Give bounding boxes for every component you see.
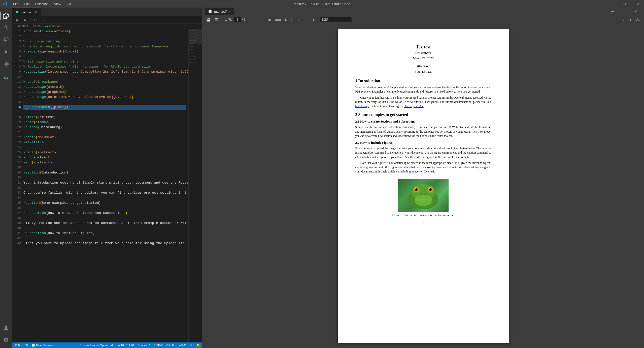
pdf-font-button[interactable]: Aa (635, 16, 641, 23)
pdf-tab[interactable]: 📄 main.pdf × (205, 8, 234, 15)
pdf-toolbar: 💾 ☰ 页码: / 3 ← → ▭ ▭▭ ↻ ⊡ − + 搜拟: (202, 15, 644, 24)
pdf-page-info: / 3 (234, 17, 246, 22)
pdf-page-input[interactable] (234, 17, 241, 22)
pdf-panel: 📄 main.pdf × ─ □ ✕ 💾 ☰ 页码: / 3 ← → (202, 8, 644, 348)
search-activity-icon[interactable] (0, 22, 12, 34)
menu-more[interactable]: ... (74, 1, 82, 7)
close-button[interactable]: ✕ (632, 0, 644, 8)
pdf-zoom-in-button[interactable]: + (310, 16, 317, 23)
pdf-next-button[interactable]: → (255, 16, 262, 23)
code-line-41: \subsection{How to include Figures} (23, 231, 186, 236)
pdf-next-result[interactable]: › (627, 16, 634, 23)
status-feedback[interactable]: ⚐ (190, 343, 192, 347)
error-count: 0 (18, 344, 20, 347)
code-editor[interactable]: 1 2 3 4 5 6 7 8 9 10 11 12 13 14 15 16 1… (12, 29, 202, 342)
breadcrumb-template[interactable]: Template (16, 24, 28, 28)
code-line-6 (23, 54, 186, 59)
pdf-win-controls: ─ □ ✕ (607, 8, 641, 15)
pdf-close-button[interactable]: ✕ (630, 8, 641, 15)
status-time[interactable]: 🕐 6 hrs 54 mins (31, 343, 53, 347)
line-num-8: 8 (13, 64, 21, 69)
source-control-icon[interactable] (0, 34, 12, 46)
split-button[interactable]: ⊡ (33, 17, 39, 23)
status-encoding[interactable]: UTF-8 (154, 344, 163, 347)
pdf-s22-p2: Note that your figure will automatically… (355, 161, 491, 174)
line-num-38: 38 (13, 216, 21, 221)
error-icon: ⊗ (15, 343, 17, 347)
code-line-37: \subsection{How to create Sections and S… (23, 211, 186, 216)
line-num-22: 22 (13, 135, 21, 140)
pdf-subsection22: 2.2 How to include Figures (355, 141, 491, 145)
status-language[interactable]: LaTeX (178, 344, 186, 347)
code-line-4: % Replace `english' with e.g. `spanish' … (23, 44, 186, 49)
menu-view[interactable]: View (52, 1, 64, 7)
pdf-menu-button[interactable]: ☰ (213, 16, 220, 23)
pdf-fit-page-button[interactable]: ⊡ (294, 16, 300, 23)
tab-close-button[interactable]: × (35, 10, 37, 14)
toolbar-sep1 (30, 18, 30, 22)
run-debug-icon[interactable] (0, 46, 12, 58)
line-num-7: 7 (13, 59, 21, 64)
line-num-12: 12 (13, 84, 21, 90)
status-line-ending[interactable]: CRLF (166, 344, 174, 347)
pdf-two-page-button[interactable]: ▭▭ (275, 16, 281, 23)
pdf-section1: 1 Introduction (355, 79, 491, 83)
line-num-10: 10 (13, 74, 21, 79)
run-button[interactable]: ▶ (15, 17, 20, 23)
explorer-icon[interactable] (0, 10, 12, 22)
status-bell[interactable]: 🔔 (196, 343, 200, 347)
line-num-18: 18 (13, 115, 21, 120)
pdf-content[interactable]: Tex test Heisenberg March 27, 2023 Abstr… (202, 24, 644, 348)
pdf-search-input[interactable] (330, 18, 350, 21)
line-num-39: 39 (13, 221, 21, 226)
more-button[interactable]: ··· (41, 17, 46, 23)
minimize-button[interactable]: ─ (605, 0, 617, 8)
code-line-43: First you have to upload the image file … (23, 241, 186, 246)
pdf-prev-button[interactable]: ← (247, 16, 254, 23)
code-content[interactable]: \documentclass{article} % Language setti… (23, 29, 188, 342)
pdf-prev-result[interactable]: ‹ (620, 16, 626, 23)
status-spaces[interactable]: Spaces: 6 (138, 344, 151, 347)
tex-icon[interactable]: TeX (0, 72, 12, 84)
pdf-help-link[interactable]: help library (355, 105, 369, 108)
svg-point-11 (415, 188, 416, 189)
status-ln-col[interactable]: Ln 16, Col 20 (117, 344, 134, 347)
pdf-zoom-out-button[interactable]: − (302, 16, 309, 23)
breadcrumb-maintex[interactable]: main.tex (49, 24, 60, 28)
line-num-36: 36 (13, 206, 21, 211)
menu-go[interactable]: Go (64, 1, 74, 7)
run-alt-button[interactable]: ▶ (22, 17, 28, 23)
maximize-button[interactable]: □ (619, 0, 630, 8)
pdf-tab-close[interactable]: × (229, 9, 231, 13)
breadcrumb-textest[interactable]: TexTest (31, 24, 42, 28)
status-errors[interactable]: ⊗ 0 ⚠ 30 (15, 343, 28, 347)
breadcrumb-ellipsis[interactable]: ... (63, 24, 66, 28)
line-num-35: 35 (13, 200, 21, 206)
line-num-3: 3 (13, 39, 21, 44)
menu-selection[interactable]: Selection (32, 1, 51, 7)
activity-bar: TeX (0, 8, 12, 348)
pdf-rotate-button[interactable]: ↻ (283, 16, 289, 23)
line-num-29: 29 (13, 170, 21, 175)
pdf-single-page-button[interactable]: ▭ (266, 16, 273, 23)
pdf-page-slash: / (242, 18, 243, 21)
pdf-maximize-button[interactable]: □ (618, 8, 630, 15)
menu-edit[interactable]: Edit (21, 1, 32, 7)
svg-point-0 (4, 41, 5, 42)
status-screen-reader[interactable]: Screen Reader Optimized (80, 344, 113, 347)
pdf-save-button[interactable]: 💾 (205, 16, 212, 23)
pdf-s22-link[interactable]: including images on Overleaf (400, 170, 434, 173)
account-icon[interactable] (0, 322, 12, 334)
code-line-21 (23, 130, 186, 135)
main-tex-tab[interactable]: ◼ main.tex × (12, 8, 41, 16)
settings-icon[interactable] (0, 334, 12, 346)
line-num-32: 32 (13, 185, 21, 190)
svg-point-14 (424, 193, 426, 195)
status-check[interactable]: ✓ (57, 343, 60, 347)
extensions-icon[interactable] (0, 58, 12, 70)
code-line-2 (23, 34, 186, 39)
code-line-12: \usepackage{amsmath} (23, 84, 186, 90)
menu-file[interactable]: File (11, 1, 21, 7)
pdf-minimize-button[interactable]: ─ (607, 8, 618, 15)
pdf-choose-link[interactable]: choose your plan (404, 105, 424, 108)
